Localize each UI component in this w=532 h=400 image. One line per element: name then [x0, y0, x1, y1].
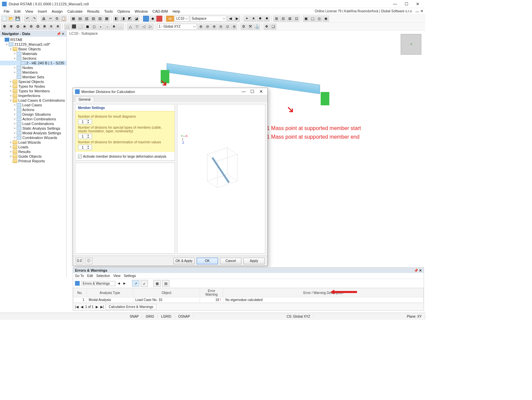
undo-icon[interactable]: ↶ — [24, 16, 30, 22]
menu-help[interactable]: Help — [170, 9, 183, 14]
prev-icon[interactable]: ◀ — [227, 16, 233, 22]
errors-grid[interactable]: No. Analysis Type Object Error Warning E… — [73, 288, 424, 303]
status-snap[interactable]: SNAP — [126, 315, 142, 318]
maximize-button[interactable]: ☐ — [401, 1, 412, 7]
tree-item[interactable]: >Load Combinations — [0, 121, 66, 126]
apply-button[interactable]: Apply — [243, 258, 265, 264]
tb-a2[interactable]: ✷ — [250, 16, 256, 22]
print-icon[interactable]: 🖶 — [41, 16, 47, 22]
errors-prev[interactable]: ◀ — [117, 282, 121, 285]
errors-view[interactable]: View — [113, 274, 121, 278]
pager-next[interactable]: ▶ — [96, 305, 98, 309]
tree-item[interactable]: >Types for Nodes — [0, 84, 66, 89]
tree-item[interactable]: 2 - HE 240 B | 1 - S235 — [0, 61, 66, 65]
dialog-maximize[interactable]: ☐ — [248, 89, 257, 94]
tree-item[interactable]: >Load Wizards — [0, 140, 66, 145]
loadcase-dropdown[interactable]: LC10 — [175, 16, 189, 22]
menu-cadbim[interactable]: CAD-BIM — [150, 9, 170, 14]
menu-calculate[interactable]: Calculate — [65, 9, 85, 14]
next-icon[interactable]: ▶ — [234, 16, 240, 22]
menu-view[interactable]: View — [23, 9, 36, 14]
tree-item[interactable]: >Members — [0, 70, 66, 75]
t2-8[interactable]: ❄ — [48, 24, 54, 30]
tree-item[interactable]: >Load Cases — [0, 103, 66, 107]
t2-26[interactable]: ⊘ — [218, 24, 224, 30]
t2-28[interactable]: ⊚ — [231, 24, 237, 30]
errors-filter-dropdown[interactable]: Errors & Warnings — [81, 281, 115, 286]
menu-tools[interactable]: Tools — [102, 9, 115, 14]
tb-10[interactable]: ◪ — [133, 16, 139, 22]
t2-19[interactable]: △ — [127, 24, 133, 30]
t2-21[interactable]: ◁ — [141, 24, 147, 30]
t2-22[interactable]: ▷ — [147, 24, 153, 30]
tree-item[interactable]: >Actions — [0, 107, 66, 112]
t2-2[interactable]: ✾ — [8, 24, 14, 30]
tree-item[interactable]: >Guide Objects — [0, 154, 66, 159]
t2-25[interactable]: ⊗ — [211, 24, 217, 30]
status-osnap[interactable]: OSNAP — [175, 315, 194, 318]
ok-button[interactable]: OK — [197, 258, 218, 264]
tree-item[interactable]: >Design Situations — [0, 112, 66, 117]
t2-30[interactable]: ⚒ — [247, 24, 253, 30]
tb-red[interactable] — [156, 16, 162, 22]
divisions-result-spinner[interactable]: ▲▼ — [78, 119, 92, 124]
activate-divisions-checkbox[interactable]: ✓ — [78, 155, 82, 158]
close-button[interactable]: ✕ — [412, 1, 423, 7]
tree-item[interactable]: >Imperfections — [0, 93, 66, 98]
cancel-button[interactable]: Cancel — [220, 258, 241, 264]
copy-icon[interactable]: ⧉ — [54, 16, 60, 22]
pager-last[interactable]: ▶| — [100, 305, 104, 309]
t2-33[interactable]: ❏ — [270, 24, 276, 30]
t2-20[interactable]: ▽ — [134, 24, 140, 30]
tree-item[interactable]: vLoad Cases & Combinations — [0, 98, 66, 103]
tb-5[interactable]: ▨ — [97, 16, 103, 22]
t2-1[interactable]: ✽ — [1, 24, 7, 30]
tb-6[interactable]: ▩ — [104, 16, 110, 22]
t2-13[interactable]: ◼ — [84, 24, 90, 30]
status-grid[interactable]: GRID — [142, 315, 158, 318]
menu-edit[interactable]: Edit — [12, 9, 23, 14]
pager-tab[interactable]: Calculation Errors & Warnings — [106, 304, 156, 310]
errors-goto[interactable]: Go To — [75, 274, 84, 278]
tb-b2[interactable]: ⊟ — [280, 16, 286, 22]
table-row[interactable]: 1 Modal Analysis Load Case No. 10 19 ! N… — [73, 297, 424, 303]
menu-window[interactable]: Window — [132, 9, 150, 14]
tree-item[interactable]: >Materials — [0, 51, 66, 56]
errors-tool-4[interactable]: ▤ — [162, 280, 169, 287]
t2-32[interactable]: ❖ — [264, 24, 270, 30]
navigator-tree[interactable]: RSTABv211229_Manual1.rs9*vBasic Objects>… — [0, 37, 66, 277]
tree-item[interactable]: >Action Combinations — [0, 117, 66, 121]
pin-icon[interactable]: 📌 ✕ — [57, 32, 64, 36]
t2-31[interactable]: ⚓ — [254, 24, 260, 30]
t2-18[interactable]: ◽ — [118, 24, 124, 30]
open-icon[interactable]: 📂 — [8, 16, 14, 22]
tb-c1[interactable]: ▣ — [303, 16, 309, 22]
t2-23[interactable]: ⊕ — [198, 24, 204, 30]
t2-9[interactable]: ❅ — [55, 24, 61, 30]
new-icon[interactable]: 📄 — [1, 16, 7, 22]
errors-next[interactable]: ▶ — [122, 282, 127, 285]
dialog-minimize[interactable]: — — [239, 89, 248, 94]
minimize-button[interactable]: — — [389, 1, 401, 7]
menu-insert[interactable]: Insert — [35, 9, 49, 14]
tb-a3[interactable]: ✸ — [257, 16, 263, 22]
errors-pin-icon[interactable]: 📌 ✕ — [414, 269, 422, 272]
t2-14[interactable]: ◻ — [91, 24, 97, 30]
tb-c4[interactable]: ◉ — [323, 16, 329, 22]
save-icon[interactable]: 💾 — [15, 16, 21, 22]
divisions-special-spinner[interactable]: ▲▼ — [78, 134, 92, 139]
t2-17[interactable]: ◾ — [111, 24, 117, 30]
tree-item[interactable]: vSections — [0, 56, 66, 61]
menu-options[interactable]: Options — [115, 9, 132, 14]
tb-a4[interactable]: ✹ — [264, 16, 270, 22]
errors-settings[interactable]: Settings — [124, 274, 136, 278]
tree-item[interactable]: >Modal Analysis Settings — [0, 131, 66, 135]
tree-item[interactable]: >Nodes — [0, 65, 66, 70]
errors-edit[interactable]: Edit — [87, 274, 93, 278]
tree-item[interactable]: Printout Reports — [0, 159, 66, 163]
t2-11[interactable]: ⬛ — [71, 24, 77, 30]
tree-item[interactable]: >Loads — [0, 145, 66, 149]
method-dropdown[interactable]: Subspace — [190, 16, 227, 22]
status-lgrid[interactable]: LGRID — [158, 315, 175, 318]
redo-icon[interactable]: ↷ — [31, 16, 37, 22]
